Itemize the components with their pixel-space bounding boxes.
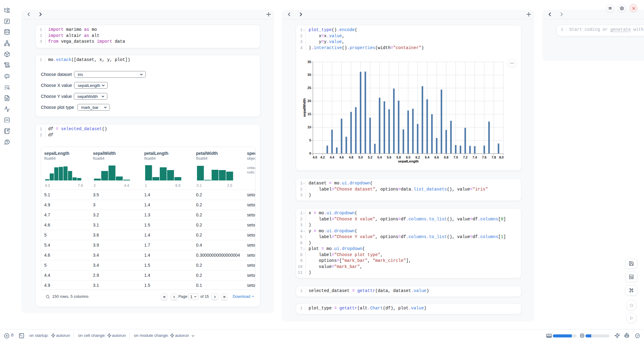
svg-text:4.6: 4.6 (339, 155, 344, 159)
svg-text:25: 25 (307, 86, 311, 90)
svg-text:4.0: 4.0 (313, 155, 317, 159)
svg-text:20: 20 (307, 99, 311, 103)
svg-text:5.6: 5.6 (387, 155, 392, 159)
svg-text:35: 35 (307, 60, 311, 64)
svg-text:5: 5 (309, 138, 311, 142)
svg-text:6.6: 6.6 (435, 155, 439, 159)
svg-text:7.0: 7.0 (453, 155, 458, 159)
svg-text:8.0: 8.0 (499, 155, 504, 159)
svg-text:4.4: 4.4 (330, 155, 335, 159)
svg-text:7.8: 7.8 (492, 155, 496, 159)
svg-text:5.4: 5.4 (377, 155, 382, 159)
svg-text:30: 30 (307, 73, 311, 77)
svg-text:sepalWidth: sepalWidth (302, 98, 306, 117)
svg-text:4.2: 4.2 (320, 155, 325, 159)
svg-text:sepalLength: sepalLength (398, 159, 419, 163)
svg-text:7.6: 7.6 (482, 155, 487, 159)
svg-text:0: 0 (309, 151, 311, 155)
svg-text:7.2: 7.2 (463, 155, 467, 159)
svg-text:10: 10 (307, 125, 311, 129)
svg-text:6.0: 6.0 (406, 155, 410, 159)
svg-text:5.8: 5.8 (396, 155, 401, 159)
svg-text:4.8: 4.8 (349, 155, 353, 159)
svg-text:15: 15 (307, 112, 311, 116)
svg-text:6.4: 6.4 (425, 155, 430, 159)
svg-text:5.0: 5.0 (358, 155, 363, 159)
svg-text:5.2: 5.2 (368, 155, 372, 159)
svg-text:6.8: 6.8 (444, 155, 449, 159)
svg-text:7.4: 7.4 (473, 155, 477, 159)
svg-text:6.2: 6.2 (415, 155, 420, 159)
